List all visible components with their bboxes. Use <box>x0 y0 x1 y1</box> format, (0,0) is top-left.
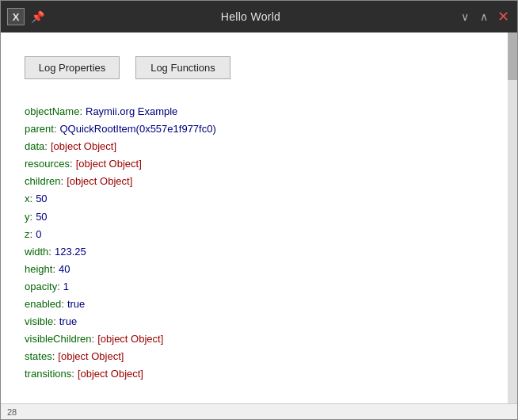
window-title: Hello World <box>44 10 457 23</box>
list-item: x: 50 <box>25 190 493 208</box>
list-item: transitions: [object Object] <box>25 365 493 383</box>
prop-separator: : <box>30 208 33 226</box>
scrollbar-track[interactable] <box>508 32 517 403</box>
list-item: visibleChildren: [object Object] <box>25 330 493 348</box>
prop-value: [object Object] <box>78 365 143 383</box>
prop-separator: : <box>30 190 33 208</box>
prop-separator: : <box>92 330 95 348</box>
prop-key: transitions <box>25 365 71 383</box>
prop-key: width <box>25 243 48 261</box>
prop-key: resources <box>25 155 70 173</box>
list-item: visible: true <box>25 313 493 330</box>
list-item: z: 0 <box>25 226 493 243</box>
list-item: data: [object Object] <box>25 138 493 155</box>
list-item: opacity: 1 <box>25 278 493 296</box>
prop-key: height <box>25 261 52 278</box>
prop-value: 50 <box>36 190 47 208</box>
prop-value: [object Object] <box>67 173 132 190</box>
content-area: Log Properties Log Functions objectName:… <box>1 32 517 403</box>
status-bar: 28 <box>1 403 517 419</box>
prop-separator: : <box>54 120 57 138</box>
prop-separator: : <box>70 155 73 173</box>
prop-value: 40 <box>59 261 70 278</box>
status-text: 28 <box>7 407 17 417</box>
prop-value: Raymii.org Example <box>86 103 177 120</box>
list-item: resources: [object Object] <box>25 155 493 173</box>
prop-value: 123.25 <box>55 243 86 261</box>
list-item: enabled: true <box>25 296 493 313</box>
properties-list: objectName: Raymii.org Exampleparent: QQ… <box>25 103 493 384</box>
list-item: parent: QQuickRootItem(0x557e1f977fc0) <box>25 120 493 138</box>
prop-separator: : <box>71 365 74 383</box>
prop-value: 1 <box>63 278 69 296</box>
prop-separator: : <box>61 296 64 313</box>
list-item: children: [object Object] <box>25 173 493 190</box>
close-button[interactable]: ✕ <box>495 9 511 25</box>
prop-value: [object Object] <box>97 330 163 348</box>
title-bar-left: X 📌 <box>7 8 44 25</box>
log-properties-button[interactable]: Log Properties <box>25 56 120 79</box>
prop-value: QQuickRootItem(0x557e1f977fc0) <box>60 120 216 138</box>
prop-separator: : <box>52 261 55 278</box>
prop-value: [object Object] <box>51 138 116 155</box>
button-row: Log Properties Log Functions <box>25 56 493 79</box>
prop-value: 0 <box>36 226 41 243</box>
prop-separator: : <box>52 348 55 365</box>
scrollbar-thumb[interactable] <box>508 32 517 80</box>
list-item: y: 50 <box>25 208 493 226</box>
main-window: X 📌 Hello World ∨ ∧ ✕ Log Properties Log… <box>0 0 518 420</box>
title-bar-controls: ∨ ∧ ✕ <box>457 9 511 25</box>
prop-key: states <box>25 348 52 365</box>
minimize-button[interactable]: ∨ <box>457 9 473 25</box>
prop-key: data <box>25 138 44 155</box>
prop-separator: : <box>44 138 48 155</box>
prop-key: parent <box>25 120 54 138</box>
list-item: objectName: Raymii.org Example <box>25 103 493 120</box>
prop-value: [object Object] <box>58 348 124 365</box>
prop-separator: : <box>30 226 33 243</box>
app-icon[interactable]: X <box>7 8 25 25</box>
prop-key: children <box>25 173 61 190</box>
list-item: states: [object Object] <box>25 348 493 365</box>
prop-separator: : <box>48 243 51 261</box>
log-functions-button[interactable]: Log Functions <box>135 56 230 79</box>
list-item: height: 40 <box>25 261 493 278</box>
prop-separator: : <box>61 173 64 190</box>
pin-icon[interactable]: 📌 <box>31 10 44 23</box>
close-icon: ✕ <box>497 8 509 25</box>
title-bar: X 📌 Hello World ∨ ∧ ✕ <box>1 1 517 32</box>
prop-separator: : <box>53 313 56 330</box>
prop-key: enabled <box>25 296 61 313</box>
prop-key: visibleChildren <box>25 330 92 348</box>
prop-value: 50 <box>36 208 47 226</box>
prop-separator: : <box>79 103 82 120</box>
list-item: width: 123.25 <box>25 243 493 261</box>
prop-key: visible <box>25 313 53 330</box>
restore-button[interactable]: ∧ <box>476 9 492 25</box>
prop-key: objectName <box>25 103 79 120</box>
prop-key: opacity <box>25 278 57 296</box>
prop-value: [object Object] <box>76 155 142 173</box>
prop-separator: : <box>57 278 60 296</box>
prop-value: true <box>67 296 85 313</box>
prop-value: true <box>59 313 77 330</box>
